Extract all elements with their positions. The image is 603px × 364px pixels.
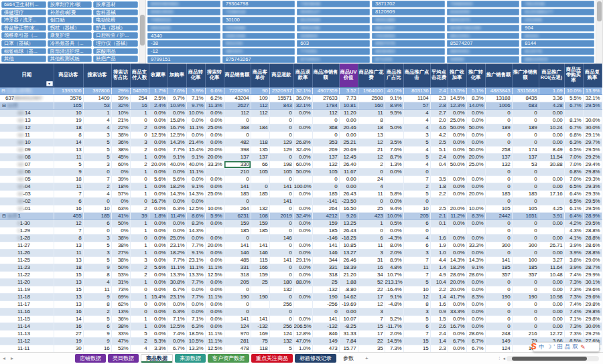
table-cell[interactable] — [430, 227, 448, 234]
table-cell[interactable]: 4 — [403, 146, 430, 153]
table-cell[interactable]: 190 — [251, 293, 269, 300]
table-cell[interactable]: 26.8% — [293, 139, 312, 146]
table-cell[interactable]: 0.0% — [448, 300, 466, 308]
table-cell[interactable] — [293, 234, 312, 242]
category-slicer-button[interactable]: 冲牙器 / 洗牙... — [1, 17, 46, 23]
table-cell[interactable]: 0.0% — [448, 175, 466, 183]
table-cell[interactable]: 0.0% — [205, 256, 224, 264]
category-slicer-button[interactable]: 冷热敷器具（... — [48, 40, 92, 47]
table-cell[interactable]: 7 — [403, 256, 430, 264]
table-cell[interactable]: 254 — [130, 94, 149, 102]
table-cell[interactable]: 0 — [358, 227, 385, 234]
table-cell[interactable]: 478 — [224, 345, 251, 352]
table-cell[interactable]: 0 — [512, 131, 539, 139]
table-cell[interactable]: 4 — [83, 116, 111, 124]
table-cell[interactable]: 3 — [403, 131, 430, 139]
table-cell[interactable]: 3 — [403, 308, 430, 315]
table-cell[interactable]: 0.0% — [149, 153, 168, 161]
table-cell[interactable]: 0 — [512, 109, 539, 116]
table-cell[interactable]: 2.3 — [430, 345, 448, 352]
collapse-icon[interactable]: ⊟ — [2, 213, 6, 219]
table-cell[interactable]: 1409 — [83, 94, 111, 102]
table-cell[interactable]: 169 — [251, 330, 269, 337]
sheet-tab[interactable]: 来源数据 — [175, 354, 206, 363]
table-cell[interactable]: 109 — [251, 94, 269, 102]
table-cell[interactable]: 0 — [130, 300, 149, 308]
table-cell[interactable]: 10.4 — [430, 278, 448, 286]
table-cell[interactable]: 10.0% — [466, 205, 485, 212]
table-cell[interactable]: 132 — [251, 205, 269, 212]
table-cell[interactable]: 0 — [269, 315, 293, 323]
table-cell[interactable]: 0 — [512, 278, 539, 286]
table-cell[interactable]: 141 — [312, 242, 339, 249]
table-cell[interactable]: 12.5% — [168, 131, 186, 139]
table-cell[interactable]: 39% — [111, 94, 130, 102]
table-cell[interactable]: 28.7% — [583, 264, 602, 271]
row-label-cell[interactable]: ⊟12月 — [0, 102, 54, 109]
table-cell[interactable]: 29.5% — [583, 219, 602, 227]
table-cell[interactable]: 4.9 — [430, 271, 448, 278]
table-cell[interactable]: 0.0% — [448, 315, 466, 323]
table-cell[interactable]: 6.7% — [168, 286, 186, 293]
table-cell[interactable]: 29.3% — [583, 183, 602, 190]
table-cell[interactable] — [385, 183, 403, 190]
table-cell[interactable]: 38% — [111, 323, 130, 330]
table-cell[interactable]: 0.0% — [466, 219, 485, 227]
table-cell[interactable]: 32.1% — [293, 87, 312, 94]
table-cell[interactable]: 7.4% — [564, 271, 583, 278]
table-cell[interactable]: 5 — [83, 146, 111, 153]
product-id-cell[interactable]: -12 — [147, 48, 220, 55]
table-cell[interactable]: 0.0% — [205, 109, 224, 116]
product-id-cell[interactable]: 8612051 — [447, 33, 520, 39]
table-cell[interactable]: 0 — [358, 168, 385, 175]
row-label-cell[interactable]: 11-11 — [0, 345, 54, 352]
table-cell[interactable]: 9.1% — [186, 153, 205, 161]
table-cell[interactable]: 0 — [130, 197, 149, 205]
table-cell[interactable]: 21.20 — [339, 271, 358, 278]
table-cell[interactable]: 0 — [512, 175, 539, 183]
table-cell[interactable]: 7.3% — [564, 278, 583, 286]
table-cell[interactable]: 53 — [83, 102, 111, 109]
table-cell[interactable]: 0.4 — [430, 161, 448, 168]
table-cell[interactable]: 9.1% — [385, 293, 403, 300]
table-cell[interactable]: 12 — [358, 300, 385, 308]
table-cell[interactable]: 25 — [251, 278, 269, 286]
table-cell[interactable]: 0.0% — [466, 249, 485, 256]
table-cell[interactable]: 15 — [403, 345, 430, 352]
row-label-cell[interactable]: 11-19 — [0, 286, 54, 293]
table-cell[interactable]: 0 — [512, 183, 539, 190]
table-cell[interactable]: 15 — [54, 286, 83, 293]
table-cell[interactable]: 198 — [269, 161, 293, 168]
table-cell[interactable]: 7.7% — [168, 146, 186, 153]
table-cell[interactable]: 0 — [512, 116, 539, 124]
table-cell[interactable]: 0.0% — [168, 300, 186, 308]
table-cell[interactable]: 69% — [111, 293, 130, 300]
table-cell[interactable]: 14 — [54, 315, 83, 323]
product-id-cell[interactable]: 904 — [521, 25, 594, 31]
table-cell[interactable]: 5.6% — [168, 175, 186, 183]
table-cell[interactable]: 0.00 — [539, 131, 564, 139]
table-cell[interactable] — [448, 197, 466, 205]
table-cell[interactable]: 3 — [130, 139, 149, 146]
table-cell[interactable]: 15 — [403, 337, 430, 345]
table-cell[interactable]: 20.46 — [339, 124, 358, 131]
table-cell[interactable]: 15 — [358, 323, 385, 330]
table-cell[interactable]: 2.6 — [430, 323, 448, 330]
table-cell[interactable]: 29.9% — [583, 271, 602, 278]
table-cell[interactable]: 185 — [485, 190, 512, 197]
table-cell[interactable]: 2.5% — [149, 94, 168, 102]
table-cell[interactable]: 47% — [111, 337, 130, 345]
table-cell[interactable]: 4.4 — [430, 256, 448, 264]
sheet-tab[interactable]: 商品数据 — [141, 354, 173, 363]
table-cell[interactable]: 1 — [130, 278, 149, 286]
table-cell[interactable]: 31.33 — [339, 330, 358, 337]
table-cell[interactable]: 0.0% — [205, 175, 224, 183]
table-cell[interactable]: 4.8% — [385, 264, 403, 271]
table-cell[interactable]: 20.0% — [448, 278, 466, 286]
table-cell[interactable]: 0.0% — [293, 153, 312, 161]
table-cell[interactable]: 14.0% — [466, 102, 485, 109]
table-cell[interactable]: 2.0% — [385, 249, 403, 256]
table-cell[interactable]: 12 — [358, 153, 385, 161]
table-cell[interactable]: 15.4% — [186, 146, 205, 153]
table-cell[interactable]: 1 — [130, 219, 149, 227]
